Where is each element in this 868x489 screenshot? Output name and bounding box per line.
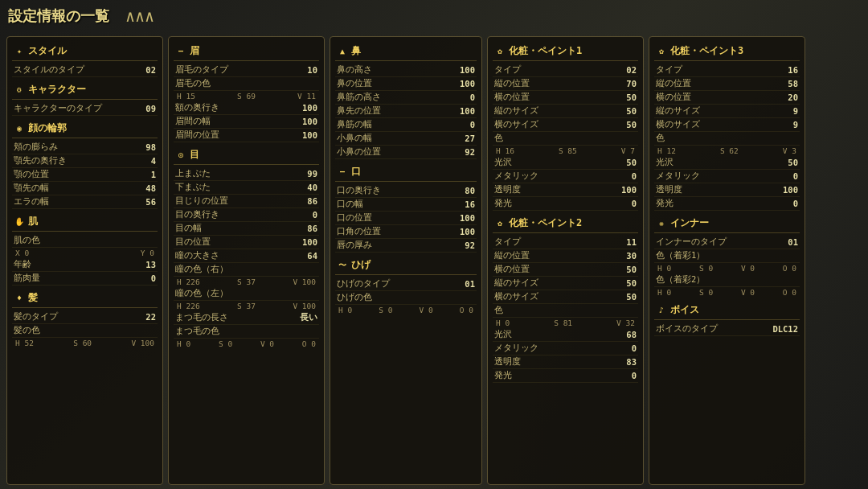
beard-header: 〜 ひげ bbox=[335, 256, 477, 275]
voice-type-row: ボイスのタイプ DLC12 bbox=[654, 323, 800, 336]
inner-color2-row: 色（着彩2） bbox=[654, 273, 800, 287]
brow-hsv-row: H 15 S 69 V 11 bbox=[174, 91, 319, 101]
p1-vpos-row: 縦の位置 70 bbox=[493, 77, 638, 91]
p2-vsize-row: 縦のサイズ 50 bbox=[493, 277, 638, 290]
nose-bridge-w-row: 鼻筋の幅 0 bbox=[335, 118, 477, 132]
skin-age-row: 年齢 13 bbox=[12, 258, 158, 272]
p3-gloss-row: 光沢 50 bbox=[654, 156, 800, 170]
p3-color-row: 色 bbox=[654, 132, 800, 146]
pupil-l-row: 瞳の色（左） bbox=[174, 287, 319, 301]
p3-vsize-row: 縦のサイズ 9 bbox=[654, 105, 800, 118]
page-title: 設定情報の一覧 bbox=[8, 6, 109, 26]
inner-header: ❋ インナー bbox=[654, 214, 800, 233]
panel-col2: — 眉 眉毛のタイプ 10 眉毛の色 H 15 S 69 V 11 額の奥行き … bbox=[168, 36, 325, 485]
p3-hsv: H 12 S 62 V 3 bbox=[654, 146, 800, 156]
beard-color-row: ひげの色 bbox=[335, 291, 477, 305]
mouth-header: — 口 bbox=[335, 162, 477, 182]
paint2-icon: ✿ bbox=[494, 218, 506, 229]
p1-gloss-row: 光沢 50 bbox=[493, 156, 638, 170]
p1-metal-row: メタリック 0 bbox=[493, 170, 638, 183]
inner-color1-row: 色（着彩1） bbox=[654, 249, 800, 263]
p3-trans-row: 透明度 100 bbox=[654, 183, 800, 197]
hair-color-row: 髪の色 bbox=[12, 324, 158, 338]
mouth-pos-row: 口の位置 100 bbox=[335, 212, 477, 225]
hair-icon: ♦ bbox=[14, 293, 25, 304]
nose-bridge-h-row: 鼻筋の高さ 0 bbox=[335, 91, 477, 105]
nose-header: ▲ 鼻 bbox=[335, 42, 477, 61]
eye-pos-row: 目の位置 100 bbox=[174, 236, 319, 249]
brow-color-row: 眉毛の色 bbox=[174, 77, 319, 91]
eye-upper-row: 上まぶた 99 bbox=[174, 167, 319, 181]
inner-hsv1: H 0 S 0 V 0 O 0 bbox=[654, 263, 800, 273]
eye-icon: ◎ bbox=[175, 150, 186, 161]
voice-header: ♪ ボイス bbox=[654, 301, 800, 320]
hair-type-row: 髪のタイプ 22 bbox=[12, 310, 158, 324]
face-jaw-width-row: エラの幅 56 bbox=[12, 195, 158, 209]
nose-pos-row: 鼻の位置 100 bbox=[335, 77, 477, 91]
eye-lower-row: 下まぶた 40 bbox=[174, 181, 319, 195]
p1-hsv: H 16 S 85 V 7 bbox=[493, 146, 638, 156]
eye-corner-row: 目じりの位置 86 bbox=[174, 195, 319, 208]
brow-depth-row: 額の奥行き 100 bbox=[174, 101, 319, 115]
pupil-r-row: 瞳の色（右） bbox=[174, 263, 319, 277]
p2-hpos-row: 横の位置 50 bbox=[493, 263, 638, 277]
hair-hsv-row: H 52 S 60 V 100 bbox=[12, 338, 158, 348]
face-chin-row: 顎先の奥行き 4 bbox=[12, 154, 158, 168]
p1-vsize-row: 縦のサイズ 50 bbox=[493, 105, 638, 118]
panel-col3: ▲ 鼻 鼻の高さ 100 鼻の位置 100 鼻筋の高さ 0 鼻先の位置 100 … bbox=[330, 36, 482, 485]
paint3-header: ✿ 化粧・ペイント3 bbox=[654, 42, 800, 61]
eye-header: ◎ 目 bbox=[174, 146, 319, 165]
nose-tip-row: 鼻先の位置 100 bbox=[335, 105, 477, 118]
character-icon: ⚙ bbox=[14, 84, 25, 96]
p2-vpos-row: 縦の位置 30 bbox=[493, 249, 638, 263]
lip-thick-row: 唇の厚み 92 bbox=[335, 239, 477, 253]
beard-hsv: H 0 S 0 V 0 O 0 bbox=[335, 305, 477, 315]
skin-color-row: 肌の色 bbox=[12, 234, 158, 248]
character-header: ⚙ キャラクター bbox=[12, 80, 158, 100]
p3-hsize-row: 横のサイズ 9 bbox=[654, 118, 800, 132]
eye-depth-row: 目の奥行き 0 bbox=[174, 208, 319, 222]
pupil-l-hsv: H 226 S 37 V 100 bbox=[174, 301, 319, 311]
p1-glow-row: 発光 0 bbox=[493, 197, 638, 211]
brow-gap-row: 眉間の幅 100 bbox=[174, 115, 319, 129]
face-width-row: 顎先の幅 48 bbox=[12, 182, 158, 195]
brow-header: — 眉 bbox=[174, 42, 319, 61]
p3-glow-row: 発光 0 bbox=[654, 197, 800, 211]
panel-col1: ✦ スタイル スタイルのタイプ 02 ⚙ キャラクター キャラクターのタイプ 0… bbox=[6, 36, 163, 485]
p3-metal-row: メタリック 0 bbox=[654, 170, 800, 183]
panels-container: ✦ スタイル スタイルのタイプ 02 ⚙ キャラクター キャラクターのタイプ 0… bbox=[6, 36, 862, 485]
style-header: ✦ スタイル bbox=[12, 42, 158, 61]
paint1-icon: ✿ bbox=[494, 46, 506, 57]
p2-hsv: H 0 S 81 V 32 bbox=[493, 318, 638, 328]
beard-icon: 〜 bbox=[337, 260, 348, 271]
p3-hpos-row: 横の位置 20 bbox=[654, 91, 800, 105]
skin-xy-row: X 0 Y 0 bbox=[12, 248, 158, 258]
face-jaw-row: 顎の位置 1 bbox=[12, 168, 158, 182]
skin-muscle-row: 筋肉量 0 bbox=[12, 272, 158, 286]
lash-hsv: H 0 S 0 V 0 O 0 bbox=[174, 339, 319, 349]
p1-hsize-row: 横のサイズ 50 bbox=[493, 118, 638, 132]
inner-icon: ❋ bbox=[656, 218, 667, 229]
skin-icon: ✋ bbox=[14, 216, 25, 228]
p3-type-row: タイプ 16 bbox=[654, 64, 800, 77]
panel-col4: ✿ 化粧・ペイント1 タイプ 02 縦の位置 70 横の位置 50 縦のサイズ … bbox=[487, 36, 644, 485]
pupil-size-row: 瞳の大きさ 64 bbox=[174, 249, 319, 263]
p2-type-row: タイプ 11 bbox=[493, 236, 638, 249]
nose-icon: ▲ bbox=[337, 46, 348, 57]
pupil-r-hsv: H 226 S 37 V 100 bbox=[174, 277, 319, 287]
skin-header: ✋ 肌 bbox=[12, 212, 158, 232]
face-icon: ◉ bbox=[14, 123, 25, 134]
paint3-icon: ✿ bbox=[656, 46, 667, 57]
mouth-icon: — bbox=[337, 166, 348, 178]
beard-type-row: ひげのタイプ 01 bbox=[335, 277, 477, 291]
inner-hsv2: H 0 S 0 V 0 O 0 bbox=[654, 287, 800, 298]
p1-color-row: 色 bbox=[493, 132, 638, 146]
style-icon: ✦ bbox=[14, 46, 25, 57]
brow-icon: — bbox=[175, 46, 186, 57]
lash-color-row: まつ毛の色 bbox=[174, 325, 319, 339]
p2-color-row: 色 bbox=[493, 304, 638, 318]
mouth-width-row: 口の幅 16 bbox=[335, 198, 477, 212]
inner-type-row: インナーのタイプ 01 bbox=[654, 236, 800, 249]
brow-type-row: 眉毛のタイプ 10 bbox=[174, 64, 319, 77]
nostril-w-row: 小鼻の幅 27 bbox=[335, 132, 477, 146]
